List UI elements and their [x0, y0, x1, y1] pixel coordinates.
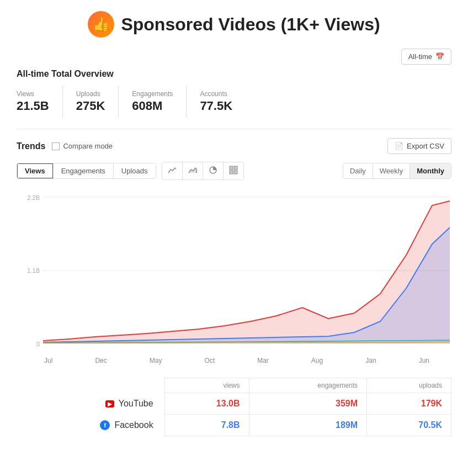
x-label-jan: Jan: [365, 357, 376, 364]
chart-type-area[interactable]: [183, 162, 203, 179]
tab-engagements[interactable]: Engagements: [54, 163, 114, 178]
table-row: f Facebook 7.8B 189M 70.5K: [17, 415, 451, 436]
stat-engagements-label: Engagements: [132, 90, 173, 98]
export-csv-button[interactable]: 📄 Export CSV: [387, 138, 451, 154]
app-icon: 👍: [88, 11, 114, 38]
chart-type-line[interactable]: [162, 162, 183, 179]
youtube-icon: ▶: [105, 400, 114, 408]
page-header: 👍 Sponsored Videos (1K+ Views): [17, 11, 451, 38]
tab-uploads[interactable]: Uploads: [114, 163, 156, 178]
table-row: ▶ YouTube 13.0B 359M 179K: [17, 393, 451, 415]
compare-mode-label: Compare mode: [63, 142, 113, 150]
svg-rect-2: [230, 166, 233, 170]
col-header-uploads: uploads: [367, 378, 451, 393]
calendar-icon: 📅: [435, 52, 444, 61]
tab-views[interactable]: Views: [17, 163, 54, 178]
data-table: views engagements uploads ▶ YouTube 13.0…: [17, 378, 451, 436]
x-label-dec: Dec: [95, 357, 107, 364]
overview-section: All-time Total Overview Views 21.5B Uplo…: [17, 69, 451, 118]
chart-controls: Views Engagements Uploads Daily Weekly M…: [17, 162, 451, 180]
svg-rect-3: [234, 166, 237, 170]
chart-type-pie[interactable]: [203, 162, 224, 179]
youtube-label: YouTube: [119, 399, 153, 409]
chart-type-group: [162, 162, 244, 180]
stat-views-value: 21.5B: [17, 99, 49, 113]
page-title: Sponsored Videos (1K+ Views): [121, 14, 380, 35]
x-label-jun: Jun: [419, 357, 429, 364]
x-label-aug: Aug: [311, 357, 323, 364]
overview-title: All-time Total Overview: [17, 69, 451, 79]
stat-accounts: Accounts 77.5K: [200, 86, 246, 118]
stat-views: Views 21.5B: [17, 86, 63, 118]
svg-text:2.2B: 2.2B: [27, 194, 40, 201]
pie-chart-icon: [209, 166, 217, 174]
stat-uploads: Uploads 275K: [76, 86, 119, 118]
svg-rect-4: [230, 171, 233, 174]
table-chart-icon: [229, 166, 238, 174]
x-label-jul: Jul: [44, 357, 52, 364]
period-weekly[interactable]: Weekly: [373, 163, 410, 178]
trends-header: Trends Compare mode 📄 Export CSV: [17, 138, 451, 154]
main-chart: 2.2B 1.1B 0: [17, 189, 451, 355]
x-axis-labels: Jul Dec May Oct Mar Aug Jan Jun: [17, 355, 451, 367]
svg-rect-5: [234, 171, 237, 174]
divider: [17, 129, 451, 129]
top-controls: All-time 📅: [17, 49, 451, 65]
x-label-may: May: [150, 357, 162, 364]
stat-views-label: Views: [17, 90, 49, 98]
youtube-engagements: 359M: [249, 393, 367, 415]
stat-engagements: Engagements 608M: [132, 86, 187, 118]
youtube-views: 13.0B: [164, 393, 249, 415]
facebook-engagements: 189M: [249, 415, 367, 436]
platform-cell-youtube: ▶ YouTube: [17, 393, 164, 415]
all-time-label: All-time: [408, 52, 432, 61]
facebook-views: 7.8B: [164, 415, 249, 436]
area-chart-icon: [188, 166, 197, 174]
col-header-engagements: engagements: [249, 378, 367, 393]
svg-text:1.1B: 1.1B: [27, 267, 40, 274]
col-header-views: views: [164, 378, 249, 393]
line-chart-icon: [168, 166, 177, 174]
trends-title: Trends: [17, 141, 45, 151]
x-label-mar: Mar: [257, 357, 269, 364]
x-label-oct: Oct: [204, 357, 215, 364]
overview-stats: Views 21.5B Uploads 275K Engagements 608…: [17, 86, 451, 118]
chart-type-table[interactable]: [224, 162, 243, 179]
compare-mode-checkbox[interactable]: [52, 142, 60, 150]
period-daily[interactable]: Daily: [343, 163, 373, 178]
stat-uploads-label: Uploads: [76, 90, 105, 98]
stat-uploads-value: 275K: [76, 99, 105, 113]
platform-cell-facebook: f Facebook: [17, 415, 164, 436]
col-header-platform: [17, 378, 164, 393]
stat-accounts-value: 77.5K: [200, 99, 232, 113]
compare-mode: Compare mode: [52, 142, 113, 150]
period-group: Daily Weekly Monthly: [343, 163, 451, 179]
stat-accounts-label: Accounts: [200, 90, 232, 98]
document-icon: 📄: [395, 142, 403, 150]
all-time-button[interactable]: All-time 📅: [401, 49, 451, 65]
svg-text:0: 0: [36, 341, 40, 347]
facebook-icon: f: [100, 420, 110, 430]
period-monthly[interactable]: Monthly: [410, 163, 451, 178]
facebook-label: Facebook: [114, 420, 153, 430]
youtube-uploads: 179K: [367, 393, 451, 415]
metric-tab-group: Views Engagements Uploads: [17, 163, 156, 179]
chart-container: 2.2B 1.1B 0: [17, 189, 451, 355]
facebook-uploads: 70.5K: [367, 415, 451, 436]
stat-engagements-value: 608M: [132, 99, 173, 113]
trends-left: Trends Compare mode: [17, 141, 113, 151]
export-btn-label: Export CSV: [407, 142, 444, 150]
